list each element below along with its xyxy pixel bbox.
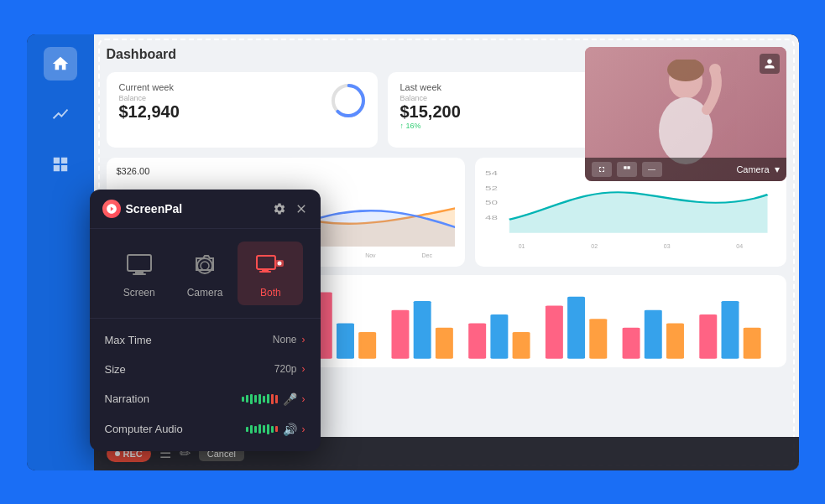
svg-point-53 [278, 261, 282, 265]
svg-rect-50 [262, 269, 269, 271]
screenpal-panel: ScreenPal [90, 190, 321, 451]
svg-rect-33 [644, 309, 661, 358]
mode-screen-button[interactable]: Screen [107, 242, 172, 305]
settings-label-narration: Narration [105, 392, 242, 405]
svg-rect-30 [567, 296, 585, 358]
mic-icon: 🎤 [283, 392, 297, 406]
mode-selector: Screen Camera [90, 229, 321, 319]
svg-text:50: 50 [485, 198, 498, 205]
chart-label: $326.00 [117, 166, 456, 176]
mode-screen-label: Screen [123, 287, 155, 299]
svg-point-48 [201, 262, 209, 270]
settings-button[interactable] [273, 202, 286, 216]
svg-point-47 [197, 258, 212, 273]
sidebar [27, 34, 94, 470]
sidebar-item-analytics[interactable] [44, 97, 77, 131]
settings-row-audio[interactable]: Computer Audio 🔊 › [90, 414, 321, 444]
card-period-1: Current week [119, 82, 365, 92]
svg-rect-21 [337, 323, 354, 358]
sidebar-item-grid[interactable] [44, 148, 77, 181]
svg-rect-27 [490, 314, 508, 358]
narration-audio-bars [242, 394, 278, 404]
svg-rect-24 [413, 301, 431, 359]
svg-text:52: 52 [485, 184, 498, 190]
svg-rect-28 [512, 332, 530, 359]
svg-rect-32 [622, 327, 640, 358]
cam-btn-fullscreen[interactable] [592, 162, 612, 177]
camera-mode-icon [188, 248, 222, 282]
svg-rect-49 [257, 256, 275, 269]
settings-label-maxtime: Max Time [105, 334, 273, 346]
camera-overlay: — Camera ▾ [585, 47, 786, 181]
main-container: Dashboard Current week Balance $12,940 L… [27, 34, 799, 470]
svg-text:54: 54 [485, 169, 498, 175]
svg-rect-22 [358, 332, 376, 359]
svg-rect-25 [435, 327, 452, 358]
svg-rect-45 [135, 271, 144, 273]
rec-dot [115, 451, 120, 456]
settings-label-size: Size [105, 363, 274, 376]
cam-person-icon [760, 54, 780, 74]
svg-rect-34 [666, 323, 684, 358]
settings-arrow-audio: › [302, 423, 305, 435]
settings-value-maxtime: None [273, 334, 297, 346]
panel-actions [273, 202, 308, 216]
person-silhouette [644, 60, 728, 169]
svg-point-41 [709, 64, 721, 75]
both-mode-icon [253, 248, 287, 282]
mode-both-label: Both [260, 287, 281, 299]
svg-rect-29 [545, 305, 562, 358]
screenpal-logo-icon [102, 200, 121, 218]
svg-rect-44 [128, 255, 151, 271]
settings-row-maxtime[interactable]: Max Time None › [90, 325, 321, 355]
close-button[interactable] [295, 202, 308, 216]
sidebar-item-home[interactable] [44, 47, 77, 81]
settings-label-audio: Computer Audio [105, 423, 246, 435]
mode-camera-label: Camera [187, 287, 223, 299]
settings-arrow-narration: › [302, 393, 305, 405]
settings-row-narration[interactable]: Narration 🎤 › [90, 384, 321, 414]
svg-rect-43 [627, 166, 629, 169]
svg-rect-31 [589, 319, 607, 359]
svg-rect-37 [743, 327, 760, 358]
panel-header: ScreenPal [90, 190, 321, 229]
mode-both-button[interactable]: Both [238, 242, 303, 305]
mode-camera-button[interactable]: Camera [172, 242, 238, 305]
svg-text:48: 48 [485, 213, 498, 220]
settings-arrow-size: › [302, 363, 305, 375]
cam-btn-mode[interactable] [617, 162, 637, 177]
svg-rect-35 [699, 314, 717, 358]
settings-arrow-maxtime: › [302, 334, 305, 346]
screenpal-logo-text: ScreenPal [126, 202, 183, 216]
cam-btn-minimize[interactable]: — [642, 162, 662, 177]
card-amount-1: $12,940 [119, 102, 365, 122]
x-labels-area: 01 02 03 04 [485, 243, 775, 249]
camera-toolbar: — Camera ▾ [585, 158, 786, 181]
svg-rect-42 [624, 166, 626, 169]
settings-list: Max Time None › Size 720p › Narration [90, 319, 321, 451]
cam-label: Camera [736, 164, 769, 174]
cam-dropdown-icon[interactable]: ▾ [775, 164, 780, 175]
svg-rect-23 [391, 309, 409, 358]
card-balance-label-1: Balance [119, 94, 365, 102]
card-icon-1 [330, 82, 368, 123]
speaker-icon: 🔊 [283, 423, 297, 436]
card-current-week: Current week Balance $12,940 [107, 72, 378, 148]
svg-rect-26 [468, 323, 486, 358]
settings-value-size: 720p [274, 363, 297, 375]
svg-rect-51 [259, 271, 271, 273]
settings-row-size[interactable]: Size 720p › [90, 355, 321, 384]
svg-rect-46 [133, 273, 146, 275]
panel-logo: ScreenPal [102, 200, 273, 218]
svg-rect-36 [721, 301, 739, 359]
screen-mode-icon [123, 248, 156, 282]
audio-bars [246, 424, 278, 434]
